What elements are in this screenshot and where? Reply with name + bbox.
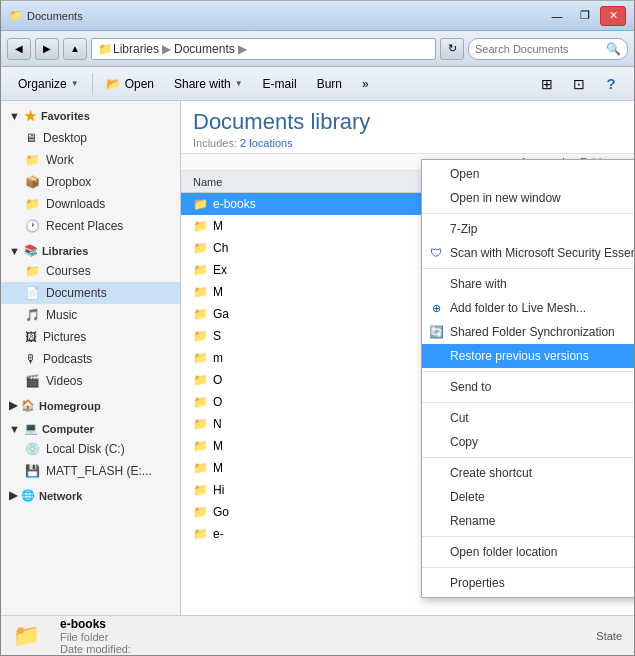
libraries-header[interactable]: ▼ 📚 Libraries <box>1 241 180 260</box>
folder-icon: 📁 <box>193 329 208 343</box>
podcasts-label: Podcasts <box>43 352 92 366</box>
minimize-button[interactable]: — <box>544 6 570 26</box>
ctx-restore[interactable]: Restore previous versions <box>422 344 634 368</box>
open-location-label: Open folder location <box>450 545 557 559</box>
path-libraries: Libraries <box>113 42 159 56</box>
close-button[interactable]: ✕ <box>600 6 626 26</box>
network-header[interactable]: ▶ 🌐 Network <box>1 486 180 505</box>
burn-button[interactable]: Burn <box>308 71 351 97</box>
path-sep1: ▶ <box>162 42 171 56</box>
file-area: Documents library Includes: 2 locations … <box>181 101 634 615</box>
pictures-icon: 🖼 <box>25 330 37 344</box>
sidebar-item-podcasts[interactable]: 🎙 Podcasts <box>1 348 180 370</box>
computer-icon: 💻 <box>24 422 38 435</box>
ctx-open-location[interactable]: Open folder location <box>422 540 634 564</box>
sidebar-item-recent[interactable]: 🕐 Recent Places <box>1 215 180 237</box>
view-change-button[interactable]: ⊞ <box>532 71 562 97</box>
titlebar-controls: — ❐ ✕ <box>544 6 626 26</box>
sidebar-item-pictures[interactable]: 🖼 Pictures <box>1 326 180 348</box>
organize-button[interactable]: Organize ▼ <box>9 71 88 97</box>
folder-icon: 📁 <box>193 285 208 299</box>
libraries-section: ▼ 📚 Libraries 📁 Courses 📄 Documents 🎵 Mu… <box>1 241 180 392</box>
ctx-open-new[interactable]: Open in new window <box>422 186 634 210</box>
maximize-button[interactable]: ❐ <box>572 6 598 26</box>
dropbox-icon: 📦 <box>25 175 40 189</box>
status-info: e-books File folder Date modified: <box>60 617 131 655</box>
videos-icon: 🎬 <box>25 374 40 388</box>
downloads-label: Downloads <box>46 197 105 211</box>
videos-label: Videos <box>46 374 82 388</box>
flash-label: MATT_FLASH (E:... <box>46 464 152 478</box>
sidebar-item-videos[interactable]: 🎬 Videos <box>1 370 180 392</box>
ctx-share[interactable]: Share with ▶ <box>422 272 634 296</box>
sidebar-item-documents[interactable]: 📄 Documents <box>1 282 180 304</box>
preview-pane-button[interactable]: ⊡ <box>564 71 594 97</box>
courses-icon: 📁 <box>25 264 40 278</box>
status-state: State <box>596 629 622 643</box>
ctx-delete[interactable]: Delete <box>422 485 634 509</box>
folder-icon: 📁 <box>193 307 208 321</box>
more-button[interactable]: » <box>353 71 378 97</box>
status-state-label: State <box>596 630 622 642</box>
sidebar-item-courses[interactable]: 📁 Courses <box>1 260 180 282</box>
homegroup-header[interactable]: ▶ 🏠 Homegroup <box>1 396 180 415</box>
delete-label: Delete <box>450 490 485 504</box>
search-input[interactable] <box>475 43 602 55</box>
folder-icon: 📁 <box>193 395 208 409</box>
sidebar-item-dropbox[interactable]: 📦 Dropbox <box>1 171 180 193</box>
email-label: E-mail <box>263 77 297 91</box>
restore-label: Restore previous versions <box>450 349 589 363</box>
share-button[interactable]: Share with ▼ <box>165 71 252 97</box>
ctx-sep3 <box>422 371 634 372</box>
folder-icon-selected: 📁 <box>193 197 208 211</box>
ctx-properties[interactable]: Properties <box>422 571 634 595</box>
folder-icon: 📁 <box>193 505 208 519</box>
sidebar-item-work[interactable]: 📁 Work <box>1 149 180 171</box>
favorites-label: Favorites <box>41 110 90 122</box>
sidebar-item-localdisk[interactable]: 💿 Local Disk (C:) <box>1 438 180 460</box>
email-button[interactable]: E-mail <box>254 71 306 97</box>
ctx-create-shortcut[interactable]: Create shortcut <box>422 461 634 485</box>
pictures-label: Pictures <box>43 330 86 344</box>
burn-label: Burn <box>317 77 342 91</box>
ctx-add-live[interactable]: ⊕ Add folder to Live Mesh... <box>422 296 634 320</box>
toolbar-sep1 <box>92 73 93 95</box>
favorites-header[interactable]: ▼ ★ Favorites <box>1 105 180 127</box>
favorites-icon: ★ <box>24 108 37 124</box>
open-button[interactable]: 📂 Open <box>97 71 163 97</box>
status-type: File folder <box>60 631 131 643</box>
copy-label: Copy <box>450 435 478 449</box>
library-includes: Includes: <box>193 137 237 149</box>
folder-icon: 📁 <box>193 219 208 233</box>
refresh-button[interactable]: ↻ <box>440 38 464 60</box>
sidebar: ▼ ★ Favorites 🖥 Desktop 📁 Work 📦 Dropbox <box>1 101 181 615</box>
ctx-sync[interactable]: 🔄 Shared Folder Synchronization ▶ <box>422 320 634 344</box>
ctx-send[interactable]: Send to ▶ <box>422 375 634 399</box>
sidebar-item-downloads[interactable]: 📁 Downloads <box>1 193 180 215</box>
back-button[interactable]: ◀ <box>7 38 31 60</box>
sidebar-item-music[interactable]: 🎵 Music <box>1 304 180 326</box>
music-label: Music <box>46 308 77 322</box>
homegroup-section: ▶ 🏠 Homegroup <box>1 396 180 415</box>
ctx-rename[interactable]: Rename <box>422 509 634 533</box>
ctx-copy[interactable]: Copy <box>422 430 634 454</box>
up-button[interactable]: ▲ <box>63 38 87 60</box>
address-path[interactable]: 📁 Libraries ▶ Documents ▶ <box>91 38 436 60</box>
ctx-open[interactable]: Open <box>422 162 634 186</box>
library-locations-link[interactable]: 2 locations <box>240 137 293 149</box>
help-button[interactable]: ? <box>596 71 626 97</box>
computer-header[interactable]: ▼ 💻 Computer <box>1 419 180 438</box>
ctx-scan[interactable]: 🛡 Scan with Microsoft Security Essential… <box>422 241 634 265</box>
ctx-cut[interactable]: Cut <box>422 406 634 430</box>
dropbox-label: Dropbox <box>46 175 91 189</box>
share-arrow: ▼ <box>235 79 243 88</box>
ctx-sep1 <box>422 213 634 214</box>
organize-label: Organize <box>18 77 67 91</box>
ctx-7zip[interactable]: 7-Zip ▶ <box>422 217 634 241</box>
sidebar-item-desktop[interactable]: 🖥 Desktop <box>1 127 180 149</box>
folder-icon: 📁 <box>193 417 208 431</box>
more-label: » <box>362 77 369 91</box>
sidebar-item-flash[interactable]: 💾 MATT_FLASH (E:... <box>1 460 180 482</box>
forward-button[interactable]: ▶ <box>35 38 59 60</box>
search-box[interactable]: 🔍 <box>468 38 628 60</box>
